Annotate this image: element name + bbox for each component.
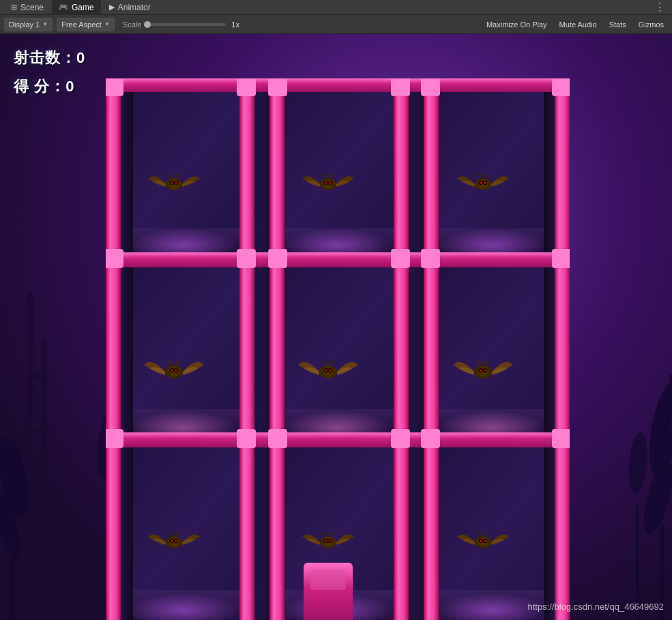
display-label: Display 1 bbox=[9, 20, 40, 29]
svg-rect-63 bbox=[237, 249, 256, 268]
game-tab-label: Game bbox=[72, 3, 94, 12]
more-options-icon[interactable]: ⋮ bbox=[652, 1, 668, 14]
mute-audio-button[interactable]: Mute Audio bbox=[555, 19, 601, 30]
score-label: 得 分： bbox=[14, 78, 65, 95]
aspect-label: Free Aspect bbox=[61, 20, 102, 29]
animator-icon: ▶ bbox=[109, 3, 115, 12]
stats-button[interactable]: Stats bbox=[605, 19, 630, 30]
svg-point-140 bbox=[325, 540, 327, 542]
shot-count-label: 射击数： bbox=[14, 49, 76, 66]
svg-rect-69 bbox=[237, 429, 256, 448]
svg-point-149 bbox=[484, 540, 486, 542]
svg-point-148 bbox=[480, 540, 482, 542]
svg-rect-71 bbox=[391, 429, 410, 448]
scale-value: 1x bbox=[231, 20, 239, 29]
svg-point-132 bbox=[171, 540, 173, 542]
maximize-on-play-button[interactable]: Maximize On Play bbox=[482, 19, 551, 30]
svg-rect-49 bbox=[394, 78, 409, 620]
svg-rect-68 bbox=[106, 429, 123, 448]
trees-left bbox=[0, 238, 123, 620]
animator-tab-label: Animator bbox=[118, 3, 151, 12]
svg-rect-52 bbox=[106, 78, 570, 92]
svg-point-85 bbox=[175, 182, 177, 184]
shelf-structure bbox=[106, 78, 570, 620]
scene-tab-label: Scene bbox=[20, 3, 44, 12]
svg-rect-50 bbox=[424, 78, 439, 620]
svg-rect-51 bbox=[555, 78, 570, 620]
svg-rect-65 bbox=[391, 249, 410, 268]
menu-tabs-bar: ⊞ Scene 🎮 Game ▶ Animator ⋮ bbox=[0, 0, 672, 15]
svg-rect-53 bbox=[106, 252, 570, 267]
aspect-group: Free Aspect ▼ bbox=[57, 18, 115, 31]
svg-point-125 bbox=[484, 370, 486, 372]
game-toolbar: Display 1 ▼ Free Aspect ▼ Scale 1x Maxim… bbox=[0, 15, 672, 34]
svg-rect-57 bbox=[237, 78, 256, 96]
aspect-chevron-icon: ▼ bbox=[104, 21, 110, 27]
svg-rect-73 bbox=[552, 429, 570, 448]
svg-rect-1 bbox=[41, 340, 46, 620]
scale-group: Scale 1x bbox=[119, 20, 239, 29]
svg-point-108 bbox=[171, 370, 173, 372]
svg-point-92 bbox=[325, 182, 327, 184]
scale-label: Scale bbox=[123, 20, 142, 29]
hud-overlay: 射击数：0 得 分：0 bbox=[14, 48, 85, 105]
tab-scene[interactable]: ⊞ Scene bbox=[4, 0, 50, 15]
tab-animator[interactable]: ▶ Animator bbox=[102, 0, 158, 15]
svg-rect-48 bbox=[269, 78, 284, 620]
score-value: 0 bbox=[65, 78, 74, 95]
svg-rect-59 bbox=[391, 78, 410, 96]
shot-count-display: 射击数：0 bbox=[14, 48, 85, 68]
game-viewport: 射击数：0 得 分：0 https://blog.csdn.net/qq_466… bbox=[0, 34, 672, 620]
svg-rect-4 bbox=[26, 484, 48, 488]
watermark-url: https://blog.csdn.net/qq_46649692 bbox=[528, 602, 664, 612]
svg-rect-72 bbox=[421, 429, 440, 448]
display-group: Display 1 ▼ bbox=[4, 18, 53, 31]
svg-point-117 bbox=[330, 370, 332, 372]
shot-count-value: 0 bbox=[76, 49, 85, 66]
svg-point-13 bbox=[626, 432, 649, 494]
svg-rect-64 bbox=[268, 249, 287, 268]
watermark: https://blog.csdn.net/qq_46649692 bbox=[528, 602, 664, 612]
svg-point-84 bbox=[171, 182, 173, 184]
svg-rect-66 bbox=[421, 249, 440, 268]
svg-rect-67 bbox=[552, 249, 570, 268]
svg-rect-60 bbox=[421, 78, 440, 96]
game-icon: 🎮 bbox=[59, 3, 68, 12]
aspect-dropdown[interactable]: Free Aspect ▼ bbox=[57, 18, 115, 31]
svg-rect-0 bbox=[27, 293, 33, 620]
svg-rect-58 bbox=[268, 78, 287, 96]
svg-point-101 bbox=[484, 182, 486, 184]
svg-point-100 bbox=[480, 182, 482, 184]
svg-rect-7 bbox=[11, 531, 15, 620]
svg-rect-47 bbox=[239, 78, 254, 620]
svg-rect-2 bbox=[26, 374, 48, 379]
svg-rect-3 bbox=[26, 429, 48, 433]
display-chevron-icon: ▼ bbox=[42, 21, 48, 27]
svg-rect-54 bbox=[106, 432, 570, 447]
svg-point-116 bbox=[325, 370, 327, 372]
svg-rect-61 bbox=[552, 78, 570, 96]
svg-rect-56 bbox=[106, 78, 123, 96]
svg-rect-70 bbox=[268, 429, 287, 448]
svg-point-109 bbox=[175, 370, 177, 372]
scale-slider[interactable] bbox=[144, 23, 226, 26]
score-display: 得 分：0 bbox=[14, 76, 85, 97]
svg-point-141 bbox=[330, 540, 332, 542]
svg-point-93 bbox=[330, 182, 332, 184]
gizmos-button[interactable]: Gizmos bbox=[634, 19, 668, 30]
display-dropdown[interactable]: Display 1 ▼ bbox=[4, 18, 53, 31]
svg-rect-62 bbox=[106, 249, 123, 268]
scale-thumb[interactable] bbox=[144, 21, 151, 28]
svg-point-124 bbox=[480, 370, 482, 372]
svg-rect-153 bbox=[310, 570, 346, 590]
svg-rect-46 bbox=[106, 78, 121, 620]
scene-icon: ⊞ bbox=[11, 3, 17, 12]
tab-game[interactable]: 🎮 Game bbox=[52, 0, 101, 15]
svg-point-133 bbox=[175, 540, 177, 542]
